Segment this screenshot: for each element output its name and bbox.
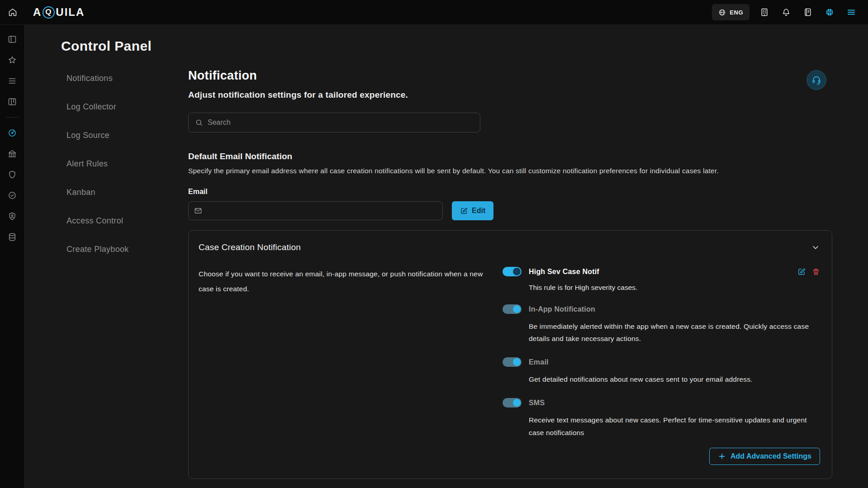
radar-compass-icon[interactable] (4, 125, 20, 141)
in-app-toggle[interactable] (503, 304, 522, 314)
icon-rail (0, 25, 25, 488)
brand-logo[interactable]: A Q UILA (33, 6, 85, 19)
body-row: Control Panel Notifications Log Collecto… (0, 25, 868, 488)
headset-icon (811, 75, 821, 85)
card-body: Choose if you want to receive an email, … (199, 267, 820, 439)
email-field[interactable] (207, 207, 437, 215)
email-label: Email (188, 188, 832, 196)
email-row: Edit (188, 201, 832, 220)
page-title: Control Panel (61, 38, 188, 54)
sidebar-nav: Notifications Log Collector Log Source A… (61, 74, 188, 254)
assistant-button[interactable] (806, 70, 826, 90)
channel-email: Email Get detailed notifications about n… (503, 357, 820, 385)
database-icon[interactable] (4, 229, 20, 245)
channel-description: Receive text messages about new cases. P… (503, 414, 820, 438)
toggle-knob (513, 358, 521, 366)
star-icon[interactable] (4, 52, 20, 68)
list-icon[interactable] (4, 73, 20, 89)
edit-button-label: Edit (472, 207, 485, 215)
channel-row: In-App Notification (503, 304, 820, 314)
channel-sms: SMS Receive text messages about new case… (503, 398, 820, 438)
globe-icon (718, 9, 726, 16)
chevron-down-icon[interactable] (811, 243, 820, 252)
rule-description: This rule is for High severity cases. (503, 284, 820, 292)
sidebar-item-log-collector[interactable]: Log Collector (66, 102, 188, 112)
kanban-layout-icon[interactable] (4, 94, 20, 110)
content-area: Control Panel Notifications Log Collecto… (25, 25, 868, 488)
rule-name: High Sev Case Notif (529, 268, 599, 276)
sms-toggle[interactable] (503, 398, 522, 407)
card-footer: Add Advanced Settings (199, 448, 820, 465)
control-panel-sidebar: Control Panel Notifications Log Collecto… (25, 25, 188, 488)
panel-left-icon[interactable] (4, 31, 20, 47)
rule-actions (797, 268, 820, 276)
topbar-left: A Q UILA (0, 6, 85, 19)
toggle-knob (513, 399, 521, 407)
high-sev-toggle[interactable] (503, 267, 522, 276)
contacts-book-icon[interactable] (801, 5, 815, 19)
language-label: ENG (730, 9, 743, 16)
topbar-actions: ENG (712, 4, 868, 20)
topbar: A Q UILA ENG (0, 0, 868, 25)
sidebar-item-create-playbook[interactable]: Create Playbook (66, 245, 188, 254)
channel-description: Be immediately alerted within the app wh… (503, 320, 820, 345)
section-heading: Notification (188, 69, 832, 83)
channel-label: Email (529, 358, 549, 366)
card-title: Case Creation Notification (199, 242, 301, 252)
mail-icon (194, 207, 202, 215)
badge-check-icon[interactable] (4, 187, 20, 204)
channel-label: SMS (529, 399, 545, 407)
brand-text-prefix: A (33, 6, 42, 19)
sidebar-item-notifications[interactable]: Notifications (66, 74, 188, 83)
menu-icon[interactable] (844, 5, 858, 19)
shield-icon[interactable] (4, 166, 20, 183)
edit-email-button[interactable]: Edit (452, 201, 493, 220)
notifications-bell-icon[interactable] (779, 5, 793, 19)
plus-icon (718, 452, 726, 460)
card-header: Case Creation Notification (199, 242, 820, 252)
toggle-knob (513, 268, 521, 275)
edit-pencil-icon (460, 207, 468, 215)
add-advanced-settings-label: Add Advanced Settings (730, 452, 811, 460)
case-creation-card: Case Creation Notification Choose if you… (188, 230, 832, 479)
search-icon (195, 118, 203, 127)
channel-in-app: In-App Notification Be immediately alert… (503, 304, 820, 345)
default-email-description: Specify the primary email address where … (188, 167, 832, 175)
organization-icon[interactable] (758, 5, 771, 19)
app-root: A Q UILA ENG (0, 0, 868, 488)
brand-text-suffix: UILA (56, 6, 85, 19)
search-input[interactable] (208, 118, 474, 127)
card-settings-column: High Sev Case Notif (503, 267, 820, 439)
channel-label: In-App Notification (529, 305, 595, 313)
toggle-knob (513, 305, 521, 313)
email-field-wrap (188, 201, 443, 220)
shield-user-icon[interactable] (4, 208, 20, 224)
bank-icon[interactable] (4, 146, 20, 162)
language-selector[interactable]: ENG (712, 4, 749, 20)
notification-settings-panel: Notification Adjust notification setting… (188, 25, 868, 488)
email-toggle[interactable] (503, 357, 522, 367)
delete-rule-icon[interactable] (812, 268, 820, 276)
sidebar-item-access-control[interactable]: Access Control (66, 216, 188, 226)
channel-row: Email (503, 357, 820, 367)
channel-row: SMS (503, 398, 820, 407)
home-icon[interactable] (0, 8, 25, 17)
rule-row: High Sev Case Notif (503, 267, 820, 276)
card-description: Choose if you want to receive an email, … (199, 267, 488, 439)
sports-ball-icon[interactable] (823, 5, 836, 19)
add-advanced-settings-button[interactable]: Add Advanced Settings (709, 448, 820, 465)
channel-description: Get detailed notifications about new cas… (503, 373, 820, 385)
sidebar-item-alert-rules[interactable]: Alert Rules (66, 159, 188, 169)
sidebar-item-log-source[interactable]: Log Source (66, 131, 188, 140)
brand-q-mark: Q (43, 6, 55, 19)
search-bar (188, 113, 480, 133)
sidebar-item-kanban[interactable]: Kanban (66, 188, 188, 197)
default-email-title: Default Email Notification (188, 152, 832, 161)
section-subheading: Adjust notification settings for a tailo… (188, 90, 832, 100)
edit-rule-icon[interactable] (797, 268, 806, 276)
rail-divider (6, 117, 19, 118)
